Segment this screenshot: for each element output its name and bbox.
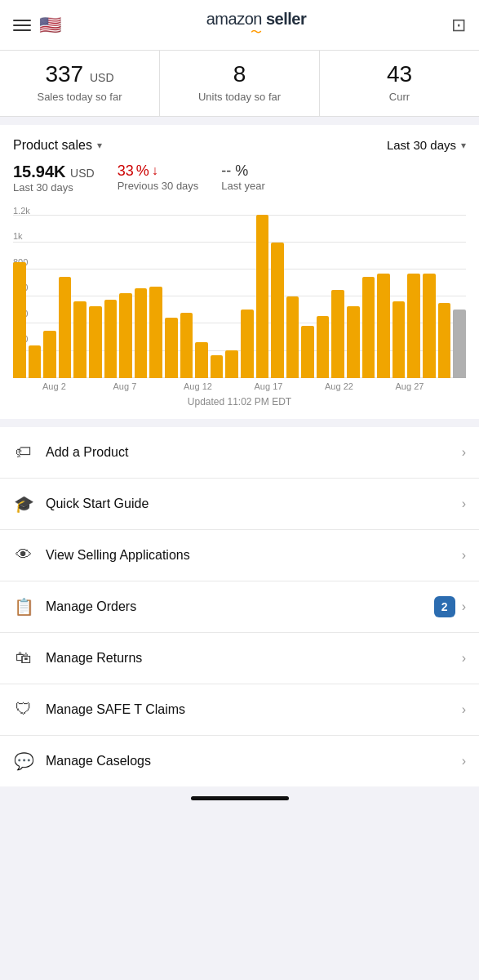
bar-0	[13, 262, 26, 378]
chart-container: 1.2k 1k 800 600 400 200 0	[13, 207, 466, 419]
bar-12	[195, 342, 208, 378]
product-sales-chevron: ▾	[97, 140, 102, 151]
menu-label-2: View Selling Applications	[46, 548, 462, 563]
bar-13	[211, 355, 224, 378]
chevron-right-icon-2: ›	[462, 548, 466, 563]
metrics-row: 15.94K USD Last 30 days 33% ↓ Previous 3…	[13, 163, 466, 194]
chevron-right-icon-1: ›	[462, 497, 466, 511]
menu-label-3: Manage Orders	[46, 599, 434, 614]
menu-right-5: ›	[462, 702, 466, 717]
curr-label: Curr	[333, 91, 466, 103]
logo-arrow: 〜	[251, 25, 262, 40]
change-value: 33% ↓	[118, 163, 199, 180]
graduation-icon: 🎓	[13, 493, 34, 514]
menu-item-0[interactable]: 🏷 Add a Product ›	[0, 427, 479, 479]
bar-3	[59, 277, 72, 378]
period-chevron: ▾	[461, 140, 466, 151]
bar-28	[438, 303, 451, 378]
x-labels: Aug 2 Aug 7 Aug 12 Aug 17 Aug 22 Aug 27	[42, 378, 466, 393]
metric-change: 33% ↓ Previous 30 days	[118, 163, 199, 194]
stat-curr[interactable]: 43 Curr	[320, 51, 479, 116]
sales-label: Sales today so far	[13, 91, 146, 103]
section-header: Product sales ▾ Last 30 days ▾	[13, 138, 466, 153]
header: 🇺🇸 amazon seller 〜 ⊡	[0, 0, 479, 51]
stat-units[interactable]: 8 Units today so far	[160, 51, 320, 116]
menu-item-3[interactable]: 📋 Manage Orders 2 ›	[0, 581, 479, 633]
menu-item-4[interactable]: 🛍 Manage Returns ›	[0, 633, 479, 684]
menu-label-5: Manage SAFE T Claims	[46, 702, 462, 717]
bar-23	[362, 277, 375, 378]
header-left: 🇺🇸	[13, 15, 61, 36]
bar-26	[407, 274, 420, 378]
units-label: Units today so far	[173, 91, 306, 103]
period-selector-btn[interactable]: Last 30 days ▾	[387, 138, 466, 152]
chevron-right-icon-0: ›	[462, 445, 466, 460]
chevron-right-icon-5: ›	[462, 702, 466, 717]
menu-right-2: ›	[462, 548, 466, 563]
hamburger-menu[interactable]	[13, 20, 31, 31]
units-value: 8	[173, 62, 306, 87]
bar-27	[423, 274, 436, 378]
curr-value: 43	[333, 62, 466, 87]
menu-label-4: Manage Returns	[46, 651, 462, 666]
flag-icon[interactable]: 🇺🇸	[39, 15, 61, 36]
sales-value: 337 USD	[13, 62, 146, 87]
bar-24	[377, 274, 390, 378]
bar-8	[135, 288, 148, 378]
bar-18	[286, 296, 299, 378]
metric-main: 15.94K USD Last 30 days	[13, 163, 95, 194]
menu-right-1: ›	[462, 497, 466, 511]
menu-item-6[interactable]: 💬 Manage Caselogs ›	[0, 736, 479, 786]
bar-14	[225, 350, 238, 378]
bar-15	[241, 310, 254, 378]
camera-icon[interactable]: ⊡	[451, 15, 466, 36]
bar-2	[43, 331, 56, 378]
bar-16	[256, 215, 269, 378]
main-label: Last 30 days	[13, 181, 95, 194]
bar-7	[119, 293, 132, 378]
bar-1	[29, 345, 42, 378]
tag-icon: 🏷	[13, 442, 34, 463]
bag-icon: 🛍	[13, 648, 34, 669]
main-value: 15.94K USD	[13, 163, 95, 181]
bottom-bar	[0, 786, 479, 814]
menu-right-3: 2 ›	[434, 596, 466, 617]
bar-11	[180, 313, 193, 378]
updated-text: Updated 11:02 PM EDT	[13, 393, 466, 419]
eye-icon: 👁	[13, 545, 34, 566]
shield-icon: 🛡	[13, 699, 34, 720]
stat-sales[interactable]: 337 USD Sales today so far	[0, 51, 160, 116]
logo: amazon seller 〜	[206, 10, 306, 40]
arrow-down-icon: ↓	[152, 163, 158, 178]
menu-item-5[interactable]: 🛡 Manage SAFE T Claims ›	[0, 684, 479, 736]
bar-21	[331, 290, 344, 378]
chart-bars-area	[13, 215, 466, 378]
product-sales-title-btn[interactable]: Product sales ▾	[13, 138, 102, 153]
bar-10	[165, 318, 178, 378]
badge-3: 2	[434, 596, 455, 617]
chat-icon: 💬	[13, 751, 34, 772]
bar-6	[104, 300, 118, 378]
bars-inner	[13, 215, 466, 378]
bar-25	[393, 301, 406, 378]
change-label: Previous 30 days	[118, 180, 199, 192]
bar-9	[149, 287, 162, 378]
bar-17	[271, 243, 284, 378]
chevron-right-icon-3: ›	[462, 599, 466, 614]
chevron-right-icon-4: ›	[462, 651, 466, 666]
menu-label-0: Add a Product	[46, 445, 462, 460]
home-indicator	[191, 796, 289, 800]
menu-right-6: ›	[462, 754, 466, 768]
neutral-label: Last year	[221, 180, 264, 192]
neutral-value: -- %	[221, 163, 264, 180]
bar-22	[347, 306, 360, 378]
stats-row: 337 USD Sales today so far 8 Units today…	[0, 51, 479, 117]
bar-5	[89, 306, 102, 378]
menu-item-2[interactable]: 👁 View Selling Applications ›	[0, 530, 479, 581]
bar-19	[301, 326, 314, 378]
bar-20	[317, 316, 330, 378]
metric-neutral: -- % Last year	[221, 163, 264, 194]
product-sales-section: Product sales ▾ Last 30 days ▾ 15.94K US…	[0, 125, 479, 419]
bar-4	[73, 301, 86, 378]
menu-item-1[interactable]: 🎓 Quick Start Guide ›	[0, 479, 479, 530]
